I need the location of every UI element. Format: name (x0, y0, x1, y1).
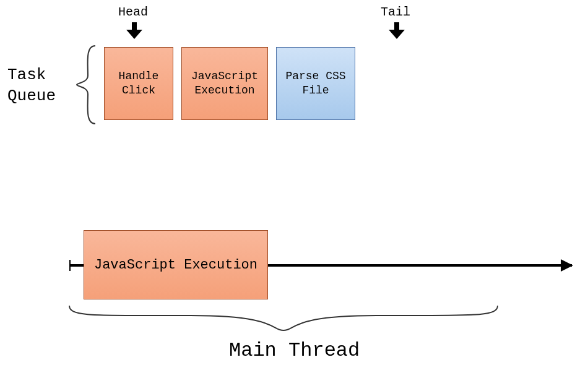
queue-task-label: JavaScript Execution (184, 69, 265, 98)
brace-icon (67, 303, 500, 334)
queue-task-label: Parse CSS File (279, 69, 352, 98)
queue-task-box: Parse CSS File (276, 47, 355, 120)
arrow-down-icon (389, 22, 404, 41)
main-thread-label: Main Thread (229, 339, 360, 362)
task-queue-label-line2: Queue (7, 87, 56, 105)
arrow-down-icon (126, 22, 141, 41)
tail-label: Tail (381, 5, 410, 19)
task-queue-label: Task Queue (7, 65, 56, 107)
head-label: Head (118, 5, 148, 19)
task-queue-label-line1: Task (7, 66, 46, 84)
brace-icon (73, 45, 98, 125)
queue-task-label: Handle Click (107, 69, 170, 98)
diagram-canvas: { "queue": { "label_line1": "Task", "lab… (0, 0, 588, 378)
main-thread-running-task-label: JavaScript Execution (94, 257, 257, 273)
main-thread-running-task: JavaScript Execution (84, 230, 268, 299)
queue-task-box: JavaScript Execution (181, 47, 268, 120)
queue-task-box: Handle Click (104, 47, 173, 120)
